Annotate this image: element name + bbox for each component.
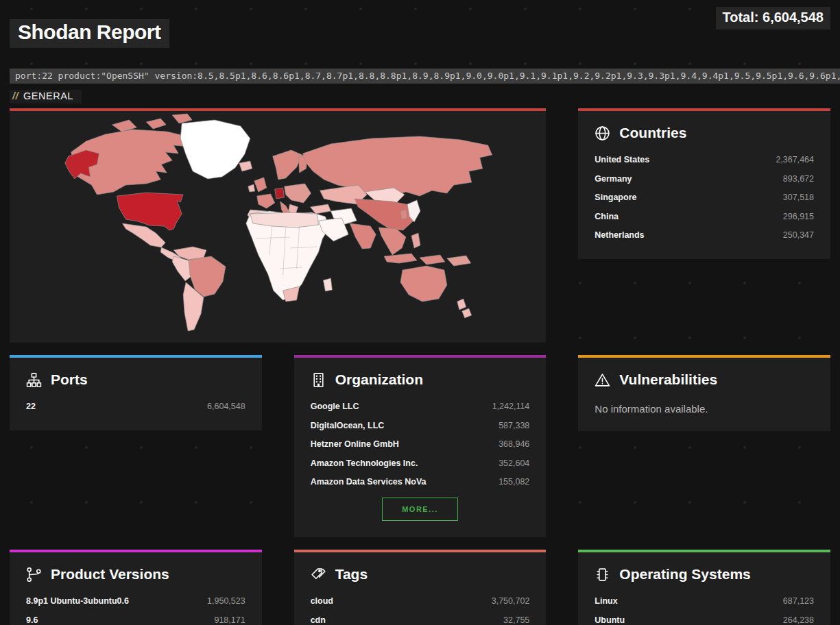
total-label: Total: <box>723 10 759 25</box>
building-icon <box>311 372 326 388</box>
tags-card: Tags cloud3,750,702 cdn32,755 scanner899 <box>294 550 547 625</box>
vulnerabilities-title: Vulnerabilities <box>595 371 814 388</box>
section-header-general: //GENERAL <box>10 90 82 103</box>
total-value: 6,604,548 <box>763 10 824 25</box>
report-grid: Countries United States2,367,464 Germany… <box>10 108 830 625</box>
list-item: Amazon Technologies Inc.352,604 <box>311 458 530 468</box>
list-item: Netherlands250,347 <box>595 230 814 240</box>
tags-list: cloud3,750,702 cdn32,755 scanner899 <box>311 596 530 625</box>
globe-icon <box>595 125 610 141</box>
countries-card: Countries United States2,367,464 Germany… <box>578 108 830 259</box>
list-item: Amazon Data Services NoVa155,082 <box>311 477 530 487</box>
product-versions-list: 8.9p1 Ubuntu-3ubuntu0.61,950,523 9.6918,… <box>26 596 245 625</box>
no-information-message: No information available. <box>595 403 814 415</box>
list-item: DigitalOcean, LLC587,338 <box>311 421 530 430</box>
countries-list: United States2,367,464 Germany893,672 Si… <box>595 155 814 240</box>
list-item: 226,604,548 <box>26 402 245 411</box>
list-item: Hetzner Online GmbH368,946 <box>311 439 530 449</box>
chip-icon <box>595 567 610 583</box>
sitemap-icon <box>26 372 42 388</box>
list-item: Germany893,672 <box>595 174 814 184</box>
list-item: Singapore307,518 <box>595 193 814 202</box>
ports-list: 226,604,548 <box>26 402 245 411</box>
list-item: 9.6918,171 <box>26 615 245 625</box>
list-item: Ubuntu264,238 <box>595 615 814 625</box>
product-versions-title: Product Versions <box>26 566 245 583</box>
ports-title: Ports <box>26 371 245 388</box>
tags-icon <box>311 567 326 583</box>
operating-systems-title: Operating Systems <box>595 566 814 583</box>
countries-title: Countries <box>595 125 814 141</box>
search-query-bar[interactable]: port:22 product:"OpenSSH" version:8.5,8.… <box>10 69 840 84</box>
list-item: China296,915 <box>595 212 814 221</box>
organization-card: Organization Google LLC1,242,114 Digital… <box>294 355 547 537</box>
total-count: Total: 6,604,548 <box>716 7 831 29</box>
world-choropleth-map <box>10 111 546 343</box>
list-item: 8.9p1 Ubuntu-3ubuntu0.61,950,523 <box>26 596 245 606</box>
organization-title: Organization <box>311 371 530 388</box>
list-item: cloud3,750,702 <box>311 596 530 606</box>
warning-icon <box>595 372 610 388</box>
list-item: cdn32,755 <box>311 615 530 625</box>
top-bar: Shodan Report Total: 6,604,548 <box>0 0 840 62</box>
world-map-card <box>10 108 546 343</box>
organization-list: Google LLC1,242,114 DigitalOcean, LLC587… <box>311 402 530 487</box>
list-item: Google LLC1,242,114 <box>311 402 530 411</box>
operating-systems-card: Operating Systems Linux687,123 Ubuntu264… <box>578 550 830 625</box>
section-slashes: // <box>12 90 19 101</box>
vulnerabilities-card: Vulnerabilities No information available… <box>578 355 830 431</box>
more-button[interactable]: MORE... <box>382 498 458 521</box>
list-item: Linux687,123 <box>595 596 814 606</box>
section-label-text: GENERAL <box>23 90 73 101</box>
git-branch-icon <box>26 567 42 583</box>
product-versions-card: Product Versions 8.9p1 Ubuntu-3ubuntu0.6… <box>10 550 262 625</box>
list-item: United States2,367,464 <box>595 155 814 164</box>
ports-card: Ports 226,604,548 <box>10 355 262 430</box>
tags-title: Tags <box>311 566 530 583</box>
operating-systems-list: Linux687,123 Ubuntu264,238 FreeBSD55,084 <box>595 596 814 625</box>
page-title: Shodan Report <box>10 19 169 48</box>
